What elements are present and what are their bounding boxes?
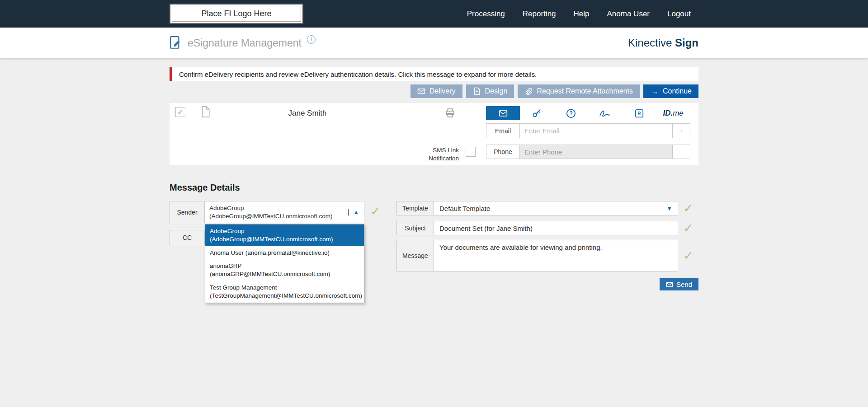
key-icon [532, 108, 542, 118]
phone-field-group: Phone [486, 145, 690, 159]
auth-method-email-tile[interactable] [486, 106, 520, 120]
auth-method-key-tile[interactable] [520, 106, 554, 120]
sender-label: Sender [170, 201, 205, 223]
check-icon: ✓ [177, 108, 184, 117]
question-icon: ? [566, 109, 576, 118]
recipient-name: Jane Smith [273, 109, 342, 118]
envelope-icon [498, 109, 509, 118]
caret-up-icon: ▲ [353, 208, 359, 216]
message-details-form: Sender AdobeGroup (AdobeGroup@IMMTestCU.… [170, 201, 698, 323]
svg-text:R: R [637, 111, 641, 116]
phone-label: Phone [486, 145, 520, 159]
template-select[interactable]: Default Template ▼ [434, 201, 678, 215]
delivery-button[interactable]: Delivery [410, 84, 462, 98]
nav-reporting[interactable]: Reporting [523, 9, 556, 19]
sender-option[interactable]: Test Group Management (TestGroupManageme… [205, 281, 364, 303]
nav-help[interactable]: Help [574, 9, 590, 19]
nav-processing[interactable]: Processing [467, 9, 505, 19]
document-icon [201, 106, 210, 119]
email-label: Email [486, 123, 520, 138]
auth-method-kba-tile[interactable]: ? [554, 106, 588, 120]
top-nav: Processing Reporting Help Anoma User Log… [467, 9, 691, 19]
sender-option[interactable]: AdobeGroup (AdobeGroup@IMMTestCU.onmicro… [205, 225, 364, 246]
message-right-column: Template Default Template ▼ ✓ Subject Do… [396, 201, 698, 291]
template-row: Template Default Template ▼ ✓ [396, 201, 698, 215]
subject-row: Subject Document Set (for Jane Smith) ✓ [396, 221, 698, 235]
envelope-icon [417, 87, 425, 95]
esignature-document-icon [170, 36, 182, 50]
message-textarea[interactable]: Your documents are available for viewing… [434, 240, 678, 271]
nav-logout[interactable]: Logout [667, 9, 691, 19]
edelivery-notice-banner[interactable]: Confirm eDelivery recipients and review … [170, 67, 698, 81]
sender-dropdown-list: AdobeGroup (AdobeGroup@IMMTestCU.onmicro… [205, 224, 364, 303]
fi-logo-text: Place FI Logo Here [201, 9, 271, 19]
sender-option[interactable]: anomaGRP (anomaGRP@IMMTestCU.onmicrosoft… [205, 259, 364, 281]
auth-method-signature-tile[interactable] [588, 106, 622, 120]
email-input[interactable] [520, 123, 673, 138]
template-valid-check-icon: ✓ [683, 202, 693, 215]
auth-method-remote-vault-tile[interactable]: R [622, 106, 656, 120]
cc-label: CC [170, 230, 205, 245]
sender-row: Sender AdobeGroup (AdobeGroup@IMMTestCU.… [170, 201, 364, 223]
message-row: Message Your documents are available for… [396, 240, 698, 271]
subject-valid-check-icon: ✓ [683, 222, 693, 234]
vault-icon: R [634, 108, 644, 118]
recipient-checkbox[interactable]: ✓ [175, 107, 185, 117]
nav-user[interactable]: Anoma User [607, 9, 650, 19]
template-label: Template [396, 201, 434, 215]
info-icon[interactable]: i [307, 35, 316, 44]
toolbar: Delivery Design Request Remote Attachmen… [170, 84, 698, 98]
brand-name: Kinective [628, 37, 672, 49]
subject-input[interactable]: Document Set (for Jane Smith) [434, 221, 678, 235]
paperclip-icon [524, 87, 533, 95]
continue-button[interactable]: → Continue [643, 84, 698, 98]
send-row: Send [396, 278, 698, 291]
main-content: Confirm eDelivery recipients and review … [0, 58, 868, 323]
request-remote-attachments-button[interactable]: Request Remote Attachments [518, 84, 640, 98]
message-label: Message [396, 240, 434, 271]
phone-menu-button [673, 145, 690, 159]
app-header: eSignature Management i Kinective Sign [0, 28, 868, 58]
notice-text: Confirm eDelivery recipients and review … [179, 70, 537, 78]
recipient-card: ✓ Jane Smith [170, 103, 698, 165]
brand-logo: Kinective Sign [628, 37, 698, 49]
auth-method-row: ? R ID.me [486, 106, 690, 120]
auth-method-idme-tile[interactable]: ID.me [656, 106, 690, 120]
subject-label: Subject [396, 221, 434, 235]
sms-notification-checkbox[interactable] [466, 147, 476, 157]
message-details-heading: Message Details [170, 182, 698, 193]
message-valid-check-icon: ✓ [683, 250, 693, 262]
design-button[interactable]: Design [466, 84, 514, 98]
design-document-icon [473, 87, 481, 95]
sender-option[interactable]: Anoma User (anoma.premalal@kinective.io) [205, 246, 364, 260]
email-address-menu-button[interactable]: · [673, 123, 690, 138]
fi-logo-placeholder: Place FI Logo Here [170, 4, 303, 24]
caret-down-icon: ▼ [666, 205, 672, 212]
sender-valid-check-icon: ✓ [370, 206, 381, 218]
envelope-icon [666, 281, 673, 288]
page-title: eSignature Management [188, 37, 302, 49]
brand-product: Sign [675, 37, 698, 49]
signature-icon [599, 109, 611, 117]
printer-icon[interactable] [444, 108, 456, 118]
text-cursor [348, 209, 349, 215]
arrow-right-icon: → [650, 87, 659, 96]
top-bar: Place FI Logo Here Processing Reporting … [0, 0, 868, 28]
sms-link-notification-label: SMS Link Notification [390, 146, 459, 163]
phone-input[interactable] [520, 145, 673, 159]
sender-combobox[interactable]: AdobeGroup (AdobeGroup@IMMTestCU.onmicro… [205, 201, 364, 223]
idme-logo: ID.me [663, 109, 683, 118]
email-field-group: Email · [486, 123, 690, 138]
send-button[interactable]: Send [660, 278, 698, 290]
